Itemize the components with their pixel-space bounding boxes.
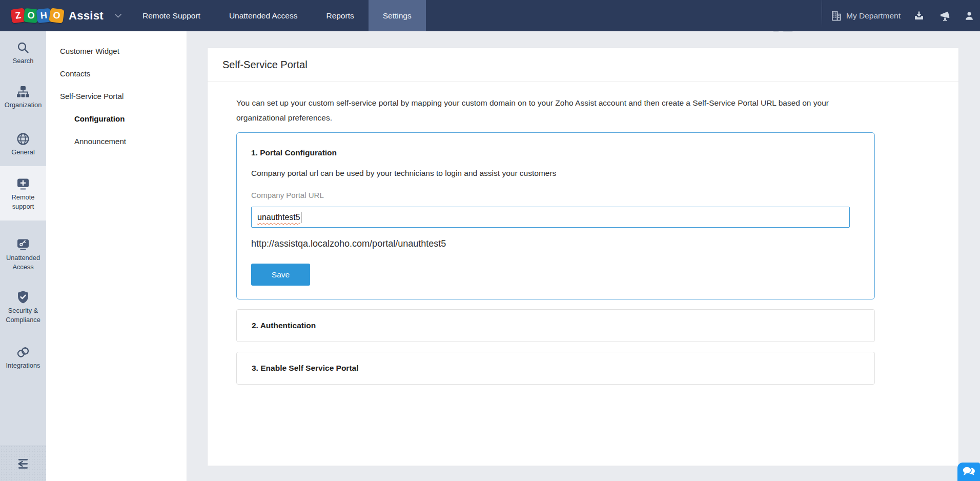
sidebar-item-label: General <box>11 148 35 157</box>
submenu-item-self-service-portal[interactable]: Self-Service Portal <box>60 91 124 102</box>
chevron-down-icon[interactable] <box>115 14 121 18</box>
text-caret <box>301 212 302 223</box>
logo-letter-o2: O <box>49 8 64 23</box>
settings-category-sidebar: Search Organization General Remote suppo… <box>0 31 46 481</box>
section-authentication[interactable]: 2. Authentication <box>236 309 875 342</box>
product-name: Assist <box>69 9 104 23</box>
announcement-icon[interactable] <box>937 10 951 22</box>
sidebar-item-integrations[interactable]: Integrations <box>0 346 46 370</box>
zoho-logo: Z O H O <box>11 9 63 23</box>
nav-tab-reports[interactable]: Reports <box>312 0 368 31</box>
card-header: Self-Service Portal <box>208 48 958 82</box>
submenu-item-configuration[interactable]: Configuration <box>74 114 125 124</box>
section-enable-self-service-portal[interactable]: 3. Enable Self Service Portal <box>236 352 875 385</box>
user-icon[interactable] <box>964 10 975 22</box>
navbar-right-cluster: My Department <box>822 0 975 31</box>
settings-submenu: Customer Widget Contacts Self-Service Po… <box>46 31 187 481</box>
card-body: You can set up your custom self-service … <box>208 82 958 385</box>
sidebar-item-label: Unattended Access <box>0 253 46 272</box>
nav-tab-remote-support[interactable]: Remote Support <box>128 0 215 31</box>
save-button[interactable]: Save <box>251 264 310 286</box>
top-navbar: Z O H O Assist Remote Support Unattended… <box>0 0 980 31</box>
sidebar-item-label: Security & Compliance <box>0 306 46 325</box>
section-portal-configuration: 1. Portal Configuration Company portal u… <box>236 132 875 299</box>
department-building-icon <box>830 10 843 22</box>
security-shield-icon <box>16 290 30 304</box>
sidebar-item-label: Organization <box>5 101 42 110</box>
sidebar-item-general[interactable]: General <box>0 132 46 157</box>
portal-url-field-label: Company Portal URL <box>251 191 860 199</box>
primary-nav: Remote Support Unattended Access Reports… <box>128 0 426 31</box>
page-description: You can set up your custom self-service … <box>236 95 880 125</box>
page-title: Self-Service Portal <box>222 59 308 71</box>
submenu-item-announcement[interactable]: Announcement <box>74 136 126 147</box>
sidebar-item-organization[interactable]: Organization <box>0 85 46 110</box>
sidebar-item-remote-support[interactable]: Remote support <box>0 177 46 211</box>
section-title[interactable]: 1. Portal Configuration <box>251 148 860 157</box>
remote-support-icon <box>16 177 30 191</box>
section-description: Company portal url can be used by your t… <box>251 169 860 178</box>
organization-icon <box>16 85 30 98</box>
unattended-access-icon <box>16 238 30 251</box>
nav-tab-settings[interactable]: Settings <box>369 0 426 31</box>
section-title: 2. Authentication <box>252 321 316 330</box>
sidebar-item-label: Integrations <box>6 361 40 370</box>
submenu-item-contacts[interactable]: Contacts <box>60 69 90 79</box>
main-content: Self-Service Portal You can set up your … <box>187 31 980 481</box>
section-title: 3. Enable Self Service Portal <box>252 364 359 373</box>
submenu-item-customer-widget[interactable]: Customer Widget <box>60 46 119 56</box>
self-service-portal-card: Self-Service Portal You can set up your … <box>208 48 958 466</box>
zoho-assist-brand[interactable]: Z O H O Assist <box>11 0 121 31</box>
sidebar-item-label: Search <box>13 56 34 66</box>
department-label: My Department <box>846 11 901 21</box>
search-icon <box>16 41 30 54</box>
sidebar-item-search[interactable]: Search <box>0 41 46 66</box>
sidebar-item-security-compliance[interactable]: Security & Compliance <box>0 290 46 325</box>
globe-icon <box>16 132 30 146</box>
collapse-sidebar-icon[interactable] <box>14 454 32 473</box>
chat-support-button[interactable] <box>957 463 980 481</box>
department-selector[interactable]: My Department <box>830 10 901 22</box>
portal-url-value: unauthtest5 <box>257 213 300 222</box>
download-icon[interactable] <box>913 10 925 22</box>
sidebar-item-unattended-access[interactable]: Unattended Access <box>0 238 46 272</box>
chat-bubbles-icon <box>962 466 976 478</box>
nav-tab-unattended-access[interactable]: Unattended Access <box>215 0 312 31</box>
portal-url-input[interactable]: unauthtest5 <box>251 207 850 228</box>
sidebar-item-label: Remote support <box>0 193 46 211</box>
integrations-icon <box>16 346 30 359</box>
portal-preview-url: http://assistqa.localzoho.com/portal/una… <box>251 238 860 249</box>
